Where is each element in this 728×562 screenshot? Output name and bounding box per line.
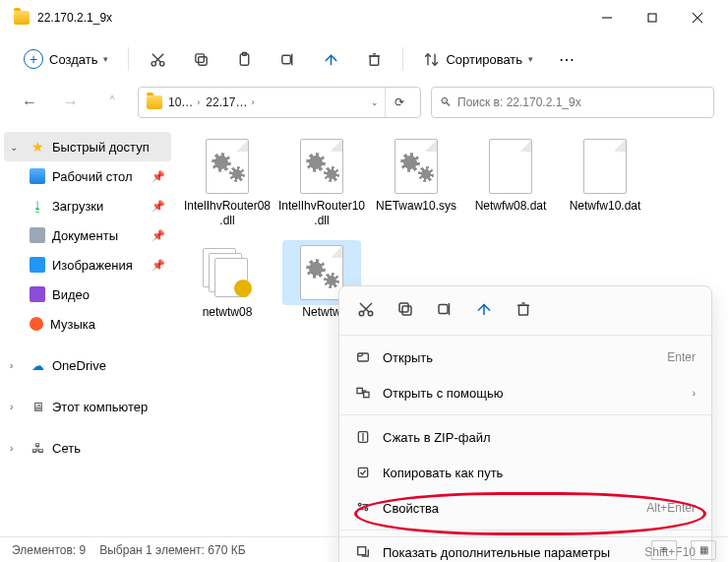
plus-icon: + — [24, 49, 43, 69]
cut-button[interactable] — [139, 42, 176, 76]
sidebar-videos[interactable]: Видео — [4, 280, 171, 309]
svg-rect-12 — [282, 55, 291, 64]
sidebar-pictures[interactable]: Изображения 📌 — [4, 250, 171, 280]
pin-icon: 📌 — [152, 229, 165, 242]
sidebar: ⌄ ★ Быстрый доступ Рабочий стол 📌 ⭳ Загр… — [0, 122, 175, 535]
titlebar: 22.170.2.1_9x — [0, 0, 728, 35]
sidebar-label: Сеть — [52, 441, 81, 456]
sort-button[interactable]: Сортировать ▾ — [413, 42, 543, 76]
chevron-right-icon: › — [693, 388, 696, 399]
ctx-label: Сжать в ZIP-файл — [383, 430, 696, 445]
view-grid-button[interactable]: ▦ — [691, 540, 716, 560]
chevron-down-icon: ▾ — [103, 54, 108, 64]
picture-icon — [30, 257, 45, 273]
back-button[interactable]: ← — [14, 87, 45, 118]
sidebar-quick-access[interactable]: ⌄ ★ Быстрый доступ — [4, 132, 171, 161]
file-item[interactable]: NETwaw10.sys — [370, 134, 462, 228]
ctx-copy-path[interactable]: Копировать как путь — [339, 455, 711, 490]
breadcrumb[interactable]: 10…› 22.17…› ⌄ ⟳ — [138, 87, 421, 118]
sidebar-onedrive[interactable]: › ☁ OneDrive — [4, 350, 171, 380]
folder-icon — [14, 11, 30, 25]
desktop-icon — [30, 168, 45, 184]
sidebar-music[interactable]: Музыка — [4, 309, 171, 339]
separator — [402, 47, 403, 71]
separator — [339, 530, 711, 531]
chevron-right-icon: › — [251, 97, 254, 107]
cloud-icon: ☁ — [30, 357, 45, 373]
ctx-properties[interactable]: Свойства Alt+Enter — [339, 490, 711, 526]
share-button[interactable] — [312, 42, 349, 76]
sidebar-label: Музыка — [50, 317, 95, 332]
svg-point-41 — [365, 508, 368, 511]
chevron-right-icon[interactable]: › — [10, 360, 13, 371]
cut-button[interactable] — [357, 300, 375, 321]
chevron-down-icon[interactable]: ⌄ — [371, 97, 379, 107]
sidebar-downloads[interactable]: ⭳ Загрузки 📌 — [4, 191, 171, 220]
file-item[interactable]: Netwfw08.dat — [464, 134, 557, 228]
folder-icon — [147, 95, 162, 109]
star-icon: ★ — [30, 139, 45, 155]
view-list-button[interactable]: ≡ — [651, 540, 677, 560]
refresh-button[interactable]: ⟳ — [385, 88, 412, 117]
chevron-right-icon[interactable]: › — [10, 443, 13, 454]
sidebar-desktop[interactable]: Рабочий стол 📌 — [4, 161, 171, 191]
minimize-button[interactable] — [584, 0, 630, 35]
svg-rect-9 — [196, 53, 205, 62]
svg-rect-25 — [399, 303, 408, 312]
up-button[interactable]: ˄ — [96, 87, 128, 118]
ctx-compress[interactable]: Сжать в ZIP-файл — [339, 419, 711, 455]
sidebar-label: Быстрый доступ — [52, 140, 150, 155]
download-icon: ⭳ — [30, 198, 45, 214]
paste-button[interactable] — [225, 42, 263, 76]
chevron-down-icon: ▾ — [528, 54, 533, 64]
file-item[interactable]: IntelIhvRouter08.dll — [181, 134, 273, 228]
svg-rect-15 — [370, 55, 379, 64]
pc-icon: 🖥 — [30, 399, 45, 414]
pin-icon: 📌 — [152, 170, 165, 183]
ctx-open-with[interactable]: Открыть с помощью › — [339, 375, 711, 410]
chevron-down-icon[interactable]: ⌄ — [10, 142, 18, 153]
delete-button[interactable] — [355, 42, 393, 76]
sidebar-network[interactable]: › 🖧 Сеть — [4, 433, 171, 463]
status-selection: Выбран 1 элемент: 670 КБ — [99, 543, 245, 557]
sidebar-documents[interactable]: Документы 📌 — [4, 220, 171, 250]
chevron-right-icon: › — [197, 97, 200, 107]
status-items: Элементов: 9 — [12, 543, 86, 557]
svg-rect-38 — [358, 468, 367, 476]
crumb-1[interactable]: 10… — [168, 95, 193, 109]
file-name: IntelIhvRouter08.dll — [181, 199, 273, 228]
maximize-button[interactable] — [630, 0, 675, 35]
ctx-label: Копировать как путь — [383, 466, 696, 480]
copy-button[interactable] — [182, 42, 219, 76]
sidebar-label: Изображения — [52, 258, 133, 273]
music-icon — [30, 317, 43, 331]
file-item[interactable]: netwtw08 — [181, 240, 273, 320]
sidebar-label: Документы — [52, 228, 118, 243]
share-button[interactable] — [475, 300, 493, 321]
svg-rect-24 — [402, 306, 411, 315]
delete-button[interactable] — [515, 300, 532, 321]
rename-button[interactable] — [436, 300, 454, 321]
sidebar-this-pc[interactable]: › 🖥 Этот компьютер — [4, 392, 171, 421]
search-input[interactable]: 🔍︎ Поиск в: 22.170.2.1_9x — [431, 87, 714, 118]
svg-rect-29 — [519, 305, 528, 315]
new-button[interactable]: + Создать ▾ — [14, 42, 118, 76]
rename-button[interactable] — [269, 42, 306, 76]
crumb-2[interactable]: 22.17… — [206, 95, 247, 109]
file-item[interactable]: IntelIhvRouter10.dll — [275, 134, 368, 228]
svg-rect-34 — [364, 392, 369, 397]
close-button[interactable] — [675, 0, 720, 35]
search-placeholder: Поиск в: 22.170.2.1_9x — [457, 95, 581, 109]
more-button[interactable]: ⋯ — [549, 42, 586, 76]
svg-point-39 — [358, 503, 361, 506]
chevron-right-icon[interactable]: › — [10, 402, 13, 412]
document-icon — [30, 227, 45, 243]
file-name: netwtw08 — [201, 305, 255, 320]
file-name: IntelIhvRouter10.dll — [275, 199, 368, 228]
ctx-open[interactable]: Открыть Enter — [339, 340, 711, 375]
file-name: Netwfw10.dat — [568, 199, 643, 214]
file-item[interactable]: Netwfw10.dat — [559, 134, 651, 228]
copy-button[interactable] — [396, 300, 414, 321]
forward-button: → — [55, 87, 87, 118]
address-bar-row: ← → ˄ 10…› 22.17…› ⌄ ⟳ 🔍︎ Поиск в: 22.17… — [0, 83, 728, 122]
